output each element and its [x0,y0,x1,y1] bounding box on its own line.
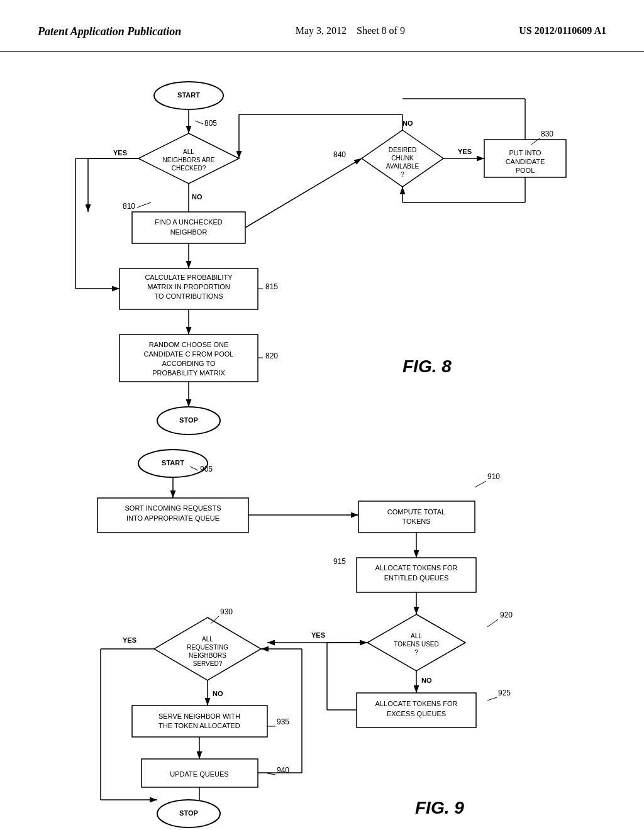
ref-810: 810 [123,202,135,211]
fig9-compute1: COMPUTE TOTAL [387,508,445,516]
fig8-calc3: TO CONTRIBUTIONS [154,292,223,300]
fig9-yes2-label: YES [123,636,136,644]
ref-910: 910 [487,472,500,481]
ref-930: 930 [220,607,233,616]
fig8-yes-label: YES [113,149,127,157]
fig8-put2: CANDIDATE [506,158,545,165]
svg-line-40 [475,481,486,487]
fig8-neighbors-checked2: NEIGHBORS ARE [163,157,215,163]
fig8-find2: NEIGHBOR [170,228,208,236]
diagrams-container: START 805 ALL NEIGHBORS ARE CHECKED? 810… [0,52,644,830]
ref-830: 830 [541,130,553,138]
svg-line-4 [195,121,203,124]
fig8-desired3: AVAILABLE [386,163,419,170]
svg-line-24 [245,158,362,228]
ref-805: 805 [204,119,217,128]
fig8-put3: POOL [516,167,535,174]
fig9-neighbors2: REQUESTING [187,644,228,651]
fig8-no1-label: NO [192,193,203,201]
fig8-put: PUT INTO [509,149,541,157]
fig8-no2-label: NO [402,119,413,127]
fig8-neighbors-checked: ALL [183,148,194,155]
ref-905: 905 [200,465,213,473]
ref-815: 815 [265,282,278,291]
flowchart-svg: START 805 ALL NEIGHBORS ARE CHECKED? 810… [25,64,623,830]
svg-line-61 [267,773,275,775]
fig9-serve1: SERVE NEIGHBOR WITH [158,712,240,720]
ref-820: 820 [265,351,278,360]
fig8-start-label: START [177,91,200,99]
svg-line-36 [190,467,198,470]
fig9-alloc2: ENTITLED QUEUES [384,574,449,582]
fig9-neighbors1: ALL [202,636,213,643]
ref-935: 935 [277,717,289,726]
fig9-excess2: EXCESS QUEUES [387,710,446,717]
fig9-tokens1: ALL [411,633,422,639]
fig9-alloc1: ALLOCATE TOKENS FOR [375,564,458,572]
fig9-update: UPDATE QUEUES [170,770,228,778]
fig9-neighbors4: SERVED? [193,660,223,667]
header: Patent Application Publication May 3, 20… [0,0,644,52]
fig9-tokens3: ? [414,649,418,656]
fig8-neighbors-checked3: CHECKED? [172,165,206,172]
fig9-label: FIG. 9 [415,798,464,817]
ref-840: 840 [333,150,346,159]
ref-925: 925 [498,689,511,697]
fig9-tokens2: TOKENS USED [394,641,439,648]
fig8-find: FIND A UNCHECKED [155,218,223,226]
fig9-neighbors3: NEIGHBORS [189,652,226,659]
fig8-random2: CANDIDATE C FROM POOL [144,350,234,358]
fig8-calc2: MATRIX IN PROPORTION [147,283,230,290]
header-date: May 3, 2012 [296,25,347,36]
header-sheet: Sheet 8 of 9 [357,25,405,36]
fig8-desired4: ? [401,171,404,178]
fig9-sort1: SORT INCOMING REQUESTS [125,504,221,512]
header-center: May 3, 2012 Sheet 8 of 9 [296,25,405,36]
fig8-stop-label: STOP [179,416,198,424]
svg-line-49 [487,697,497,700]
fig9-excess1: ALLOCATE TOKENS FOR [375,700,458,707]
fig9-yes1-label: YES [311,631,325,639]
page: Patent Application Publication May 3, 20… [0,0,644,830]
fig8-desired2: CHUNK [391,155,414,162]
svg-line-45 [487,619,498,627]
fig8-random3: ACCORDING TO [162,360,216,367]
fig8-calc1: CALCULATE PROBABILITY [145,274,233,281]
fig9-no2-label: NO [213,690,223,697]
ref-920: 920 [500,611,513,619]
ref-915: 915 [333,557,346,566]
fig9-sort2: INTO APPROPRIATE QUEUE [126,514,219,522]
fig8-label: FIG. 8 [402,357,452,376]
ref-940: 940 [277,766,289,775]
svg-line-6 [137,202,151,208]
fig8-random4: PROBABILITY MATRIX [152,369,225,377]
header-right: US 2012/0110609 A1 [519,25,606,36]
fig9-compute2: TOKENS [402,517,430,525]
fig9-serve2: THE TOKEN ALLOCATED [158,722,240,729]
fig9-no1-label: NO [421,677,432,684]
fig9-stop-label: STOP [179,809,198,817]
fig8-desired: DESIRED [389,147,416,153]
fig8-yes2-label: YES [458,148,472,155]
fig9-start-label: START [162,459,184,467]
fig8-random1: RANDOM CHOOSE ONE [149,341,229,348]
header-left: Patent Application Publication [38,25,181,38]
